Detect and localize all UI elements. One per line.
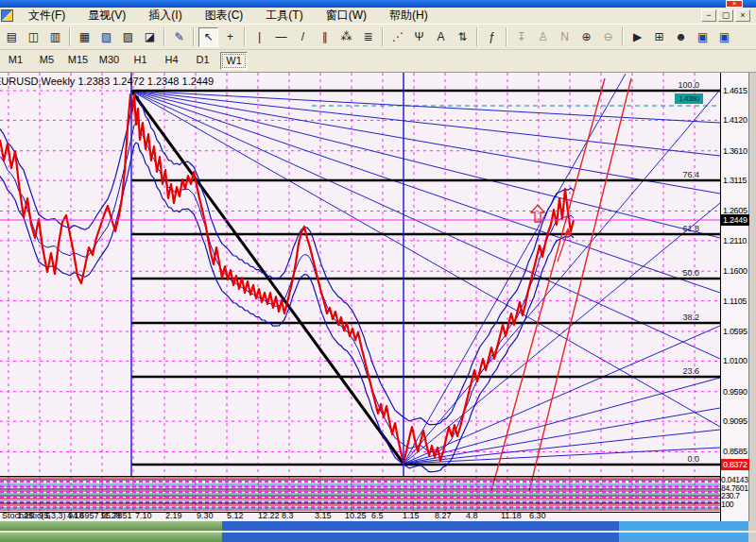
menu-item-5[interactable]: 窗口(W): [315, 7, 378, 25]
channel-button[interactable]: ∥: [315, 27, 335, 47]
price-axis-label: 0.8585: [721, 447, 749, 456]
fibonacci-button[interactable]: ≣: [358, 27, 378, 47]
bottom-bar-0[interactable]: [0, 521, 756, 531]
date-label: 6.30: [529, 511, 546, 520]
price-axis-label: 1.0595: [721, 327, 749, 336]
fib-label-38.2: 38.2: [682, 313, 699, 322]
price-axis-label: 1.4120: [721, 115, 749, 125]
timeframe-m1-button[interactable]: M1: [2, 52, 29, 70]
window-close-button[interactable]: ×: [726, 0, 743, 8]
bottom-bar-segment: [0, 533, 222, 542]
bar-shift-button[interactable]: ↧: [511, 27, 531, 47]
date-label: 12.22: [258, 511, 280, 520]
expert-advisor-button[interactable]: ☻: [671, 27, 691, 47]
red-trend-channel-line: [491, 78, 605, 491]
timeframe-w1-button[interactable]: W1: [220, 52, 248, 70]
menu-item-0[interactable]: 文件(F): [17, 7, 77, 25]
print-button[interactable]: ▥: [45, 27, 65, 47]
date-label: 2.19: [165, 511, 182, 520]
crosshair-button[interactable]: +: [220, 27, 240, 47]
indicator-axis-value: 100: [721, 500, 733, 509]
bottom-bar-segment: [222, 533, 619, 542]
menu-item-6[interactable]: 帮助(H): [378, 7, 439, 25]
date-label: 10.25: [345, 511, 367, 520]
pitchfork-button[interactable]: Ψ: [409, 27, 429, 47]
window-minimize-button[interactable]: −: [701, 9, 716, 22]
date-label: 11.18: [501, 511, 522, 520]
menu-bar: 文件(F)显视(V)插入(I)图表(C)工具(T)窗口(W)帮助(H)−▢×: [0, 8, 756, 25]
app-icon: [1, 9, 13, 22]
object-ghost-button[interactable]: ♙: [533, 27, 553, 47]
window-close-button[interactable]: ×: [735, 9, 750, 22]
auto-scroll-button[interactable]: ▶: [627, 27, 647, 47]
date-label: 1.15: [403, 511, 420, 520]
trough-fan-line: [404, 378, 720, 464]
text-button[interactable]: A: [431, 27, 451, 47]
normalize-button[interactable]: N: [555, 27, 575, 47]
trendline-button[interactable]: /: [293, 27, 313, 47]
bottom-bar-1[interactable]: [0, 533, 756, 542]
history-folder-button[interactable]: ▧: [96, 27, 116, 47]
fib-label-0.0: 0.0: [687, 454, 699, 464]
date-label: 7.10: [135, 511, 152, 520]
chart-properties-button[interactable]: ◪: [140, 27, 160, 47]
chart-plot-area[interactable]: 100.076.461.850.038.223.60.0 EURUSD,Week…: [0, 73, 720, 521]
price-axis[interactable]: 1.46151.41201.36101.31151.26051.21101.16…: [720, 73, 748, 521]
window-restore-button[interactable]: ▢: [718, 9, 733, 22]
new-chart-button[interactable]: ▤: [2, 27, 22, 47]
middle-band: [0, 123, 574, 451]
teal-price-label[interactable]: 1.4390: [675, 93, 703, 104]
zoom-in-button[interactable]: ⊕: [576, 27, 596, 47]
price-axis-label: 0.9590: [721, 387, 749, 397]
indicators-button[interactable]: ƒ: [482, 27, 502, 47]
menu-item-2[interactable]: 插入(I): [137, 7, 193, 25]
toolbar-separator: [244, 27, 246, 46]
zoom-out-button[interactable]: ⊖: [598, 27, 618, 47]
toolbar-separator: [193, 27, 195, 46]
terminal-button[interactable]: ▨: [118, 27, 138, 47]
toolbar-separator: [382, 27, 384, 46]
chart-window-2-button[interactable]: ▣: [714, 27, 734, 47]
vertical-line-button[interactable]: |: [249, 27, 269, 47]
new-chart-window-button[interactable]: ▣: [693, 27, 713, 47]
current-price-badge: 1.2449: [721, 214, 749, 226]
timeframe-h1-button[interactable]: H1: [127, 52, 154, 70]
chart-canvas[interactable]: 100.076.461.850.038.223.60.0: [0, 73, 720, 521]
indicator-list-button[interactable]: ⊞: [649, 27, 669, 47]
alert-price-badge[interactable]: 0.8372: [721, 459, 749, 470]
brush-button[interactable]: ✎: [169, 27, 189, 47]
window-right-border: [748, 73, 756, 521]
price-axis-label: 1.1600: [721, 266, 749, 276]
bottom-bar-segment: [619, 533, 748, 542]
menu-item-1[interactable]: 显视(V): [77, 7, 137, 25]
fib-label-100.0: 100.0: [678, 80, 699, 90]
menu-item-3[interactable]: 图表(C): [194, 7, 255, 25]
trough-fan-line: [404, 326, 720, 464]
timeframe-bar: M1M5M15M30H1H4D1W1: [0, 50, 756, 73]
tick-chart-button[interactable]: ▦: [75, 27, 94, 47]
date-label: 8.3: [282, 511, 294, 520]
fan-lines-button[interactable]: ⋰: [387, 27, 407, 47]
toolbar-separator: [506, 27, 507, 46]
price-axis-label: 1.3115: [721, 176, 749, 185]
timeframe-h4-button[interactable]: H4: [158, 52, 185, 70]
chart-ohlc-title: EURUSD,Weekly 1.2383 1.2472 1.2348 1.244…: [0, 76, 214, 87]
timeframe-m30-button[interactable]: M30: [95, 52, 123, 70]
bottom-bar-segment: [222, 521, 619, 531]
save-button[interactable]: ◫: [24, 27, 43, 47]
price-axis-label: 0.9095: [721, 416, 749, 426]
fib-label-23.6: 23.6: [682, 366, 699, 376]
timeframe-d1-button[interactable]: D1: [189, 52, 216, 70]
timeframe-m15-button[interactable]: M15: [64, 52, 92, 70]
menu-item-4[interactable]: 工具(T): [254, 7, 314, 25]
arrow-objects-button[interactable]: ⇅: [453, 27, 472, 47]
toolbar-separator: [163, 27, 165, 46]
timeframe-m5-button[interactable]: M5: [33, 52, 60, 70]
price-axis-label: 1.4615: [721, 86, 749, 95]
main-trendline: [131, 91, 404, 464]
gann-fan-button[interactable]: ⁂: [336, 27, 356, 47]
price-axis-label: 1.1105: [721, 296, 749, 306]
cursor-button[interactable]: ↖: [198, 27, 218, 47]
fib-label-61.8: 61.8: [682, 224, 699, 233]
horizontal-line-button[interactable]: —: [271, 27, 291, 47]
